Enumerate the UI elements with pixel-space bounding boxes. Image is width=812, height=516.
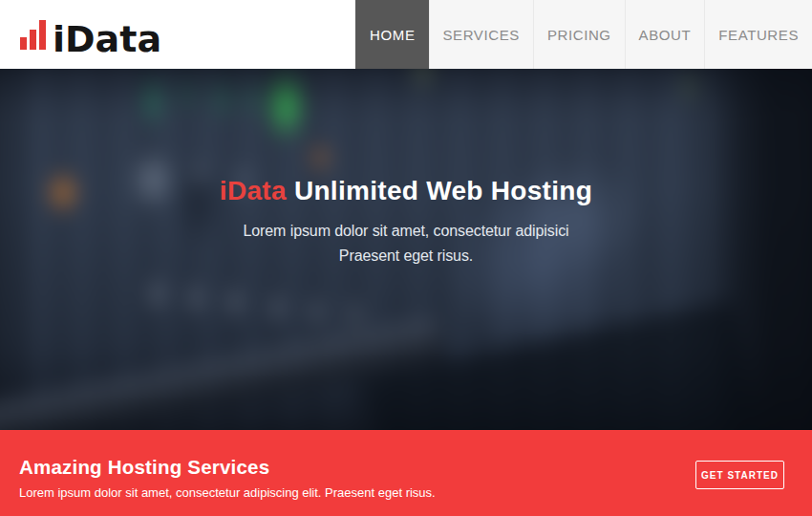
brand-name: iData [53, 25, 161, 55]
hero-subtitle: Lorem ipsum dolor sit amet, consectetur … [0, 219, 812, 269]
hero-title: iData Unlimited Web Hosting [0, 176, 812, 206]
page: iData HOME SERVICES PRICING ABOUT FEATUR… [0, 0, 812, 516]
bar-chart-icon [20, 20, 46, 50]
cta-description: Lorem ipsum dolor sit amet, consectetur … [19, 485, 436, 500]
header: iData HOME SERVICES PRICING ABOUT FEATUR… [0, 0, 812, 69]
hero-title-accent: iData [220, 176, 287, 205]
brand-logo[interactable]: iData [0, 0, 161, 69]
main-nav: HOME SERVICES PRICING ABOUT FEATURES [355, 0, 812, 69]
hero-content: iData Unlimited Web Hosting Lorem ipsum … [0, 69, 812, 269]
nav-item-about[interactable]: ABOUT [625, 0, 705, 69]
hero-section: iData Unlimited Web Hosting Lorem ipsum … [0, 69, 812, 430]
nav-item-services[interactable]: SERVICES [429, 0, 533, 69]
cta-text-block: Amazing Hosting Services Lorem ipsum dol… [19, 456, 436, 500]
nav-item-features[interactable]: FEATURES [704, 0, 812, 69]
get-started-button[interactable]: GET STARTED [695, 461, 784, 489]
hero-title-rest: Unlimited Web Hosting [287, 176, 592, 205]
hero-subtitle-line1: Lorem ipsum dolor sit amet, consectetur … [243, 223, 568, 239]
nav-item-home[interactable]: HOME [355, 0, 428, 69]
cta-heading: Amazing Hosting Services [19, 456, 436, 479]
cta-bar: Amazing Hosting Services Lorem ipsum dol… [0, 430, 812, 516]
nav-item-pricing[interactable]: PRICING [533, 0, 625, 69]
hero-subtitle-line2: Praesent eget risus. [339, 247, 473, 264]
